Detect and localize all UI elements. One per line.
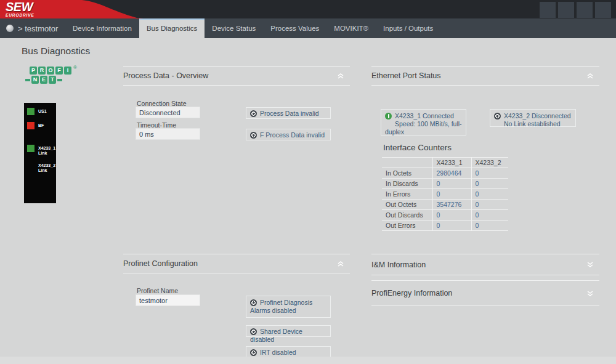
profinet-logo: P R O F I ® N E T <box>30 67 77 84</box>
counter-label: Out Discards <box>382 210 432 220</box>
profinet-tile: P <box>30 67 37 75</box>
collapse-chevron-up-icon[interactable] <box>586 73 594 79</box>
profinet-connector <box>25 79 30 81</box>
counter-value: 0 <box>471 189 508 200</box>
counter-value: 3547276 <box>432 200 471 210</box>
disabled-status-icon <box>250 349 257 356</box>
page-content: Bus Diagnostics P R O F I ® N E T <box>0 38 616 364</box>
sew-logo: SEW EURODRIVE <box>6 1 34 17</box>
nav-bar: > testmotor Device Information Bus Diagn… <box>0 18 616 38</box>
tab-bus-diagnostics[interactable]: Bus Diagnostics <box>139 18 205 38</box>
table-row: In Octets 2980464 0 <box>382 168 508 179</box>
counter-label: In Discards <box>382 179 432 189</box>
section-title: Process Data - Overview <box>123 71 208 80</box>
counter-value: 0 <box>432 179 471 189</box>
expand-chevron-down-icon[interactable] <box>586 290 594 297</box>
disabled-status-icon <box>250 299 257 306</box>
led-off-icon <box>27 162 34 169</box>
expand-chevron-down-icon[interactable] <box>586 261 594 268</box>
profinet-tile: F <box>55 67 63 75</box>
led-label: Link <box>38 151 55 156</box>
registered-mark: ® <box>73 65 77 70</box>
section-title: I&M Information <box>371 261 426 269</box>
section-header-process-data[interactable]: Process Data - Overview <box>123 66 350 86</box>
top-bar: SEW EURODRIVE <box>0 0 616 18</box>
status-shared-device: Shared Device disabled <box>246 325 331 337</box>
table-row: In Errors 0 0 <box>382 189 508 200</box>
profinet-name-label: Profinet Name <box>137 287 178 294</box>
counter-value: 0 <box>471 210 508 220</box>
header-button-1[interactable] <box>540 2 556 18</box>
header-button-group <box>540 2 611 18</box>
app-window: SEW EURODRIVE > testmotor Device Informa… <box>0 0 616 364</box>
counter-value: 0 <box>471 179 508 189</box>
counter-value: 0 <box>432 189 471 200</box>
tab-process-values[interactable]: Process Values <box>263 18 326 38</box>
tab-device-information[interactable]: Device Information <box>65 18 139 38</box>
tab-inputs-outputs[interactable]: Inputs / Outputs <box>376 18 440 38</box>
timeout-time-input[interactable] <box>136 128 200 140</box>
profinet-name-input[interactable] <box>136 294 200 306</box>
connected-info-icon <box>385 113 392 119</box>
profinet-tile: O <box>47 67 54 75</box>
table-row: Out Discards 0 0 <box>382 210 508 220</box>
counter-label: Out Octets <box>382 200 432 210</box>
status-text: F Process Data invalid <box>260 131 325 139</box>
profinet-tile: E <box>40 76 47 84</box>
section-title: Profinet Configuration <box>123 259 198 268</box>
status-process-data-invalid: Process Data invalid <box>246 107 331 119</box>
section-header-im-information[interactable]: I&M Information <box>371 254 599 275</box>
page-title: Bus Diagnostics <box>22 46 90 57</box>
header-button-4[interactable] <box>595 2 611 18</box>
port-status-title: X4233_2 Disconnected <box>504 112 571 119</box>
port-status-x4233-1: X4233_1 Connected Speed: 100 MBit/s, ful… <box>381 109 466 135</box>
table-header-empty <box>382 158 432 168</box>
status-profinet-diagnosis-alarms: Profinet Diagnosis Alarms disabled <box>246 296 331 318</box>
collapse-chevron-up-icon[interactable] <box>336 73 345 79</box>
eurodrive-brand-text: EURODRIVE <box>6 13 34 17</box>
status-text: IRT disabled <box>260 349 296 356</box>
led-bf: BF <box>27 122 44 129</box>
profinet-tile: R <box>38 67 46 75</box>
device-icon <box>6 25 14 32</box>
counter-value: 0 <box>432 220 471 231</box>
profinet-logo-row1: P R O F I ® <box>30 67 77 75</box>
tab-movikit[interactable]: MOVIKIT® <box>326 18 376 38</box>
status-text: Shared Device disabled <box>250 328 302 343</box>
led-label: Link <box>38 168 55 173</box>
connection-state-input[interactable] <box>136 107 200 118</box>
breadcrumb[interactable]: > testmotor <box>6 18 58 38</box>
table-row: Out Errors 0 0 <box>382 220 508 231</box>
counter-value: 0 <box>471 220 508 231</box>
counter-value: 2980464 <box>432 168 471 179</box>
port-status-x4233-2: X4233_2 Disconnected No Link established <box>490 109 576 127</box>
led-us1: US1 <box>27 108 47 115</box>
table-header-x4233-1: X4233_1 <box>432 158 471 168</box>
status-text: Profinet Diagnosis Alarms disabled <box>250 299 312 314</box>
header-button-2[interactable] <box>558 2 574 18</box>
header-button-3[interactable] <box>577 2 593 18</box>
interface-counters-table: X4233_1 X4233_2 In Octets 2980464 0 In D… <box>382 157 508 231</box>
table-row: In Discards 0 0 <box>382 179 508 189</box>
port-status-detail: Speed: 100 MBit/s, full-duplex <box>385 120 462 136</box>
tab-bar: Device Information Bus Diagnostics Devic… <box>65 18 440 38</box>
collapse-chevron-up-icon[interactable] <box>336 261 345 267</box>
section-process-data: Process Data - Overview <box>123 66 350 86</box>
led-label: BF <box>38 123 44 128</box>
profinet-tile: I <box>64 67 71 75</box>
status-f-process-data-invalid: F Process Data invalid <box>246 129 331 140</box>
section-header-profinet-configuration[interactable]: Profinet Configuration <box>123 254 350 273</box>
section-im-information: I&M Information <box>371 254 599 275</box>
breadcrumb-label: > testmotor <box>18 24 58 33</box>
footer-strip <box>0 357 616 364</box>
profinet-logo-row2: N E T <box>25 76 77 84</box>
section-header-profienergy[interactable]: ProfiEnergy Information <box>371 280 599 306</box>
section-header-ethernet[interactable]: Ethernet Port Status <box>371 66 599 86</box>
led-label: X4233_1 <box>38 146 55 151</box>
status-text: Process Data invalid <box>260 110 319 117</box>
tab-device-status[interactable]: Device Status <box>205 18 263 38</box>
port-status-title: X4233_1 Connected <box>395 112 454 119</box>
interface-counters-title: Interface Counters <box>383 143 452 152</box>
port-status-detail: No Link established <box>494 120 572 128</box>
table-header-x4233-2: X4233_2 <box>471 158 508 168</box>
